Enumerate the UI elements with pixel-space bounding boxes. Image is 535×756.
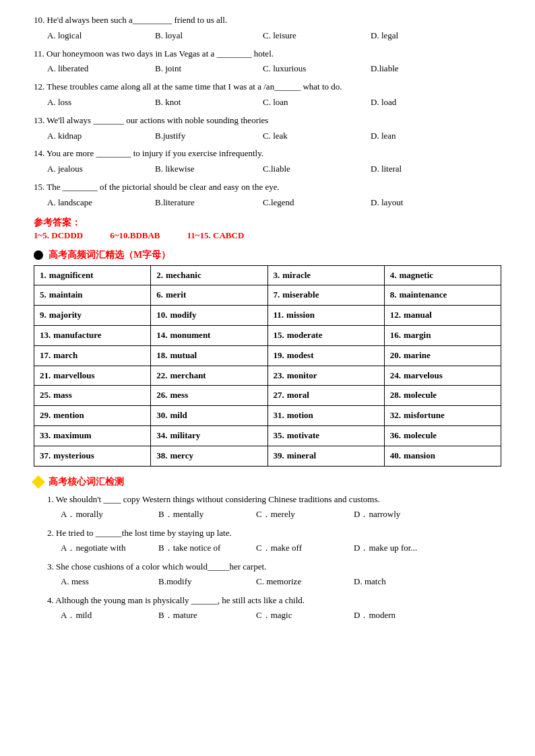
cell-num: 14. bbox=[156, 330, 167, 340]
answer-line1: 1~5. DCDDD bbox=[34, 230, 83, 241]
check-option: A．mild bbox=[61, 608, 158, 623]
options-line: A. liberatedB. jointC. luxuriousD.liable bbox=[47, 62, 501, 76]
check-option: A. mess bbox=[61, 574, 158, 589]
cell-num: 16. bbox=[390, 330, 401, 340]
table-cell: 3.miracle bbox=[268, 265, 384, 285]
option: D. lean bbox=[371, 129, 478, 143]
option: D.liable bbox=[371, 62, 478, 76]
cell-num: 39. bbox=[274, 450, 284, 460]
option: D. layout bbox=[371, 196, 478, 210]
answer-line2: 6~10.BDBAB bbox=[110, 230, 160, 241]
answer-label: 参考答案： bbox=[34, 217, 501, 229]
bullet-diamond-icon bbox=[32, 475, 45, 489]
table-cell: 7.miserable bbox=[268, 285, 384, 306]
options-line: A. landscapeB.literatureC.legendD. layou… bbox=[47, 196, 501, 210]
table-cell: 10.modify bbox=[151, 306, 268, 326]
check-options-line: A. messB.modifyC. memorizeD. match bbox=[61, 574, 501, 589]
check-option: B．take notice of bbox=[158, 541, 256, 555]
table-cell: 6.merit bbox=[151, 285, 268, 306]
table-cell: 37.mysterious bbox=[34, 446, 151, 466]
table-cell: 30.mild bbox=[151, 406, 268, 426]
cell-num: 34. bbox=[156, 430, 167, 440]
table-cell: 27.moral bbox=[268, 386, 384, 406]
cell-num: 11. bbox=[274, 310, 284, 320]
cell-num: 17. bbox=[40, 350, 51, 360]
question-block: 12. These troubles came along all at the… bbox=[34, 80, 501, 110]
cell-word: mercy bbox=[170, 450, 193, 460]
option: C. loan bbox=[263, 96, 371, 110]
cell-num: 24. bbox=[390, 370, 401, 380]
cell-num: 19. bbox=[274, 350, 284, 360]
cell-word: motion bbox=[287, 410, 313, 420]
cell-word: military bbox=[170, 430, 201, 440]
cell-num: 28. bbox=[390, 390, 401, 400]
option: B. likewise bbox=[155, 162, 263, 176]
check-option: A．morally bbox=[61, 507, 158, 522]
options-line: A. lossB. knotC. loanD. load bbox=[47, 96, 501, 110]
cell-num: 38. bbox=[156, 450, 167, 460]
check-option: D．narrowly bbox=[354, 507, 451, 522]
cell-num: 9. bbox=[40, 310, 46, 320]
option: C. leak bbox=[263, 129, 371, 143]
cell-num: 6. bbox=[156, 289, 163, 300]
question-line: 15. The ________ of the pictorial should… bbox=[34, 180, 501, 195]
check-option: C．merely bbox=[256, 507, 354, 522]
cell-word: mineral bbox=[287, 450, 316, 460]
option: B. knot bbox=[155, 96, 263, 110]
cell-num: 29. bbox=[40, 410, 51, 420]
table-cell: 31.motion bbox=[268, 406, 384, 426]
cell-word: manufacture bbox=[53, 330, 101, 340]
answer-line3: 11~15. CABCD bbox=[187, 230, 245, 241]
section1-title: 高考高频词汇精选（M字母） bbox=[49, 249, 170, 261]
table-cell: 21.marvellous bbox=[34, 366, 151, 386]
table-cell: 34.military bbox=[151, 425, 268, 446]
table-cell: 38.mercy bbox=[151, 446, 268, 466]
cell-num: 20. bbox=[390, 350, 401, 360]
cell-num: 7. bbox=[274, 289, 280, 300]
cell-num: 26. bbox=[156, 390, 167, 400]
cell-word: moderate bbox=[287, 330, 323, 340]
table-cell: 5.maintain bbox=[34, 285, 151, 306]
cell-word: march bbox=[53, 350, 77, 360]
cell-word: mess bbox=[170, 390, 189, 400]
question-block: 10. He'd always been such a_________ fri… bbox=[34, 13, 501, 43]
cell-word: modify bbox=[170, 310, 197, 320]
cell-num: 15. bbox=[274, 330, 284, 340]
option: D. load bbox=[371, 96, 478, 110]
vocab-table: 1.magnificent2.mechanic3.miracle4.magnet… bbox=[34, 265, 501, 467]
option: B. joint bbox=[155, 62, 263, 76]
table-cell: 2.mechanic bbox=[151, 265, 268, 285]
cell-word: mutual bbox=[170, 350, 197, 360]
cell-num: 32. bbox=[390, 410, 401, 420]
cell-num: 23. bbox=[274, 370, 284, 380]
cell-word: motivate bbox=[287, 430, 319, 440]
check-question-block: 1. We shouldn't ____ copy Western things… bbox=[34, 492, 501, 522]
cell-word: molecule bbox=[404, 430, 437, 440]
cell-word: monitor bbox=[287, 370, 317, 380]
cell-num: 37. bbox=[40, 450, 51, 460]
cell-num: 2. bbox=[156, 270, 163, 280]
question-block: 14. You are more ________ to injury if y… bbox=[34, 147, 501, 176]
table-cell: 35.motivate bbox=[268, 425, 384, 446]
cell-num: 35. bbox=[274, 430, 284, 440]
cell-num: 18. bbox=[156, 350, 167, 360]
question-line: 13. We'll always _______ our actions wit… bbox=[34, 114, 501, 128]
cell-word: marine bbox=[404, 350, 431, 360]
table-cell: 4.magnetic bbox=[384, 265, 501, 285]
check-option: D. match bbox=[354, 574, 451, 589]
cell-word: miracle bbox=[282, 270, 311, 280]
check-question-line: 2. He tried to ______the lost time by st… bbox=[47, 526, 501, 541]
check-question-line: 4. Although the young man is physically … bbox=[47, 593, 501, 608]
table-cell: 40.mansion bbox=[384, 446, 501, 466]
cell-word: miserable bbox=[282, 289, 319, 300]
question-line: 10. He'd always been such a_________ fri… bbox=[34, 13, 501, 28]
question-line: 11. Our honeymoon was two days in Las Ve… bbox=[34, 47, 501, 61]
questions-section: 10. He'd always been such a_________ fri… bbox=[34, 13, 501, 210]
check-options-line: A．negotiate withB．take notice ofC．make o… bbox=[61, 541, 501, 555]
table-cell: 24.marvelous bbox=[384, 366, 501, 386]
table-row: 29.mention30.mild31.motion32.misfortune bbox=[34, 406, 501, 426]
option: B.justify bbox=[155, 129, 263, 143]
cell-num: 5. bbox=[40, 289, 46, 300]
table-cell: 26.mess bbox=[151, 386, 268, 406]
cell-word: mass bbox=[53, 390, 71, 400]
